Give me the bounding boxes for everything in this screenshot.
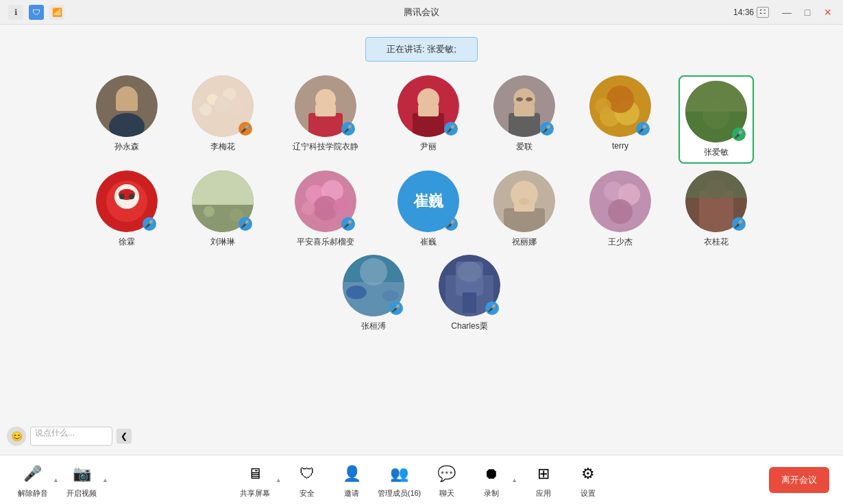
- speaking-text: 正在讲话: 张爱敏;: [365, 37, 478, 62]
- svg-rect-62: [685, 171, 747, 198]
- toolbar: 🎤 解除静音 ▲ 📷 开启视频 ▲ 🖥 共享屏幕 ▲ 🛡 安全: [0, 455, 843, 504]
- participant-cui-wei[interactable]: 崔巍 🎤 崔巍: [391, 171, 466, 248]
- participant-name: 崔巍: [420, 236, 437, 248]
- svg-rect-20: [509, 113, 540, 137]
- avatar-container: 🎤: [493, 75, 555, 137]
- video-icon: 📷: [69, 462, 94, 486]
- participant-ai-lian[interactable]: 🎤 爱联: [487, 75, 562, 164]
- participant-zhang-heng-tao[interactable]: 🎤 张桓溥: [336, 255, 411, 332]
- record-icon: ⏺: [479, 462, 504, 486]
- minimize-button[interactable]: —: [777, 3, 796, 22]
- svg-point-22: [516, 97, 523, 101]
- participant-ping-an[interactable]: 🎤 平安喜乐郝榴变: [281, 171, 370, 248]
- close-button[interactable]: ✕: [818, 3, 838, 22]
- toolbar-right-controls: 离开会议: [769, 467, 829, 493]
- chat-button[interactable]: 💬 聊天: [428, 462, 465, 499]
- mic-icon: 🎤: [636, 122, 650, 136]
- participant-name: 辽宁科技学院衣静: [293, 141, 358, 153]
- share-arrow-icon[interactable]: ▲: [276, 477, 282, 483]
- invite-icon: 👤: [339, 462, 364, 486]
- record-button[interactable]: ⏺ 录制: [472, 462, 510, 499]
- video-control-group: 📷 开启视频 ▲: [63, 462, 108, 499]
- manage-members-button[interactable]: 👥 管理成员(16): [378, 462, 422, 499]
- info-icon[interactable]: ℹ: [8, 5, 23, 20]
- apps-icon: ⊞: [531, 462, 556, 486]
- shield-icon[interactable]: 🛡: [29, 5, 44, 20]
- security-button[interactable]: 🛡 安全: [289, 462, 326, 499]
- participant-li-mei-hua[interactable]: 🎤 李梅花: [185, 75, 260, 164]
- chat-expand-button[interactable]: ❮: [117, 429, 132, 444]
- mic-icon: 🎤: [444, 217, 458, 231]
- video-button[interactable]: 📷 开启视频: [63, 462, 101, 499]
- participant-name: 爱联: [516, 141, 533, 153]
- participant-name: 祝丽娜: [512, 236, 537, 248]
- settings-button[interactable]: ⚙ 设置: [569, 462, 607, 499]
- mic-icon: 🎤: [341, 217, 355, 231]
- chat-label: 聊天: [439, 488, 454, 499]
- avatar-container: 🎤: [343, 255, 404, 316]
- svg-point-23: [526, 97, 533, 101]
- video-arrow-icon[interactable]: ▲: [102, 477, 108, 483]
- svg-rect-21: [514, 104, 535, 116]
- toolbar-center-controls: 🖥 共享屏幕 ▲ 🛡 安全 👤 邀请 👥 管理成员(16) 💬 聊天: [236, 462, 607, 499]
- participant-charles-su[interactable]: 🎤 Charles栗: [432, 255, 507, 332]
- record-label: 录制: [484, 488, 499, 499]
- mic-arrow-icon[interactable]: ▲: [53, 477, 59, 483]
- participant-zhang-ai-min[interactable]: 🎤 张爱敏: [679, 75, 754, 164]
- chat-bar: 😊 说点什么... ❮: [7, 427, 132, 446]
- mic-icon: 🎤: [732, 127, 746, 141]
- svg-point-28: [595, 98, 611, 114]
- restore-button[interactable]: □: [798, 3, 817, 22]
- apps-button[interactable]: ⊞ 应用: [524, 462, 562, 499]
- mic-icon: 🎤: [485, 301, 499, 315]
- speaking-banner: 正在讲话: 张爱敏;: [0, 37, 843, 62]
- leave-meeting-button[interactable]: 离开会议: [769, 467, 829, 493]
- participant-terry[interactable]: 🎤 terry: [583, 75, 658, 164]
- unmute-button[interactable]: 🎤 解除静音: [14, 462, 51, 499]
- avatar-container: 🎤: [685, 171, 747, 232]
- settings-icon: ⚙: [576, 462, 600, 486]
- toolbar-left-controls: 🎤 解除静音 ▲ 📷 开启视频 ▲: [14, 462, 108, 499]
- invite-button[interactable]: 👤 邀请: [333, 462, 371, 499]
- record-control-group: ⏺ 录制 ▲: [472, 462, 517, 499]
- avatar-container: [96, 75, 158, 137]
- svg-point-54: [519, 198, 530, 205]
- chat-input[interactable]: 说点什么...: [30, 427, 112, 446]
- security-icon: 🛡: [295, 462, 319, 486]
- record-arrow-icon[interactable]: ▲: [511, 477, 517, 483]
- mic-crossed-icon: 🎤: [21, 462, 45, 486]
- participant-zhu-li-na[interactable]: 祝丽娜: [487, 171, 562, 248]
- mic-icon: 🎤: [239, 217, 252, 231]
- participants-row-3: 🎤 张桓溥 🎤 Charles栗: [41, 255, 802, 332]
- avatar-container: 🎤: [589, 75, 651, 137]
- share-screen-button[interactable]: 🖥 共享屏幕: [236, 462, 274, 499]
- mic-icon: 🎤: [341, 122, 355, 136]
- svg-rect-12: [308, 113, 343, 137]
- participant-liu-lin-lin[interactable]: 🎤 刘琳琳: [185, 171, 260, 248]
- svg-point-37: [119, 194, 125, 199]
- svg-point-9: [229, 99, 244, 114]
- svg-point-48: [302, 201, 315, 215]
- participant-sun-yong-sen[interactable]: 孙永森: [89, 75, 164, 164]
- share-control-group: 🖥 共享屏幕 ▲: [236, 462, 282, 499]
- svg-rect-32: [685, 81, 747, 112]
- participant-yi-gui-hua[interactable]: 🎤 衣桂花: [679, 171, 754, 248]
- participant-xu-sen[interactable]: 🎤 徐霖: [89, 171, 164, 248]
- mic-icon: 🎤: [444, 122, 458, 136]
- avatar: [96, 75, 158, 137]
- participant-liaoning[interactable]: 🎤 辽宁科技学院衣静: [281, 75, 370, 164]
- share-screen-icon: 🖥: [243, 462, 267, 486]
- participant-yin-li[interactable]: 🎤 尹丽: [391, 75, 466, 164]
- chat-placeholder: 说点什么...: [35, 428, 75, 438]
- title-bar: ℹ 🛡 📶 腾讯会议 14:36 ⛶ — □ ✕: [0, 0, 843, 25]
- avatar-container: 🎤: [192, 171, 254, 232]
- mic-icon: 🎤: [239, 122, 252, 136]
- svg-rect-3: [116, 97, 138, 111]
- avatar: [493, 171, 555, 232]
- emoji-button[interactable]: 😊: [7, 427, 26, 446]
- mic-icon: 🎤: [143, 217, 156, 231]
- participant-wang-shao-jie[interactable]: 王少杰: [583, 171, 658, 248]
- fullscreen-button[interactable]: ⛶: [757, 7, 769, 18]
- svg-point-66: [346, 286, 367, 299]
- signal-icon[interactable]: 📶: [49, 5, 64, 20]
